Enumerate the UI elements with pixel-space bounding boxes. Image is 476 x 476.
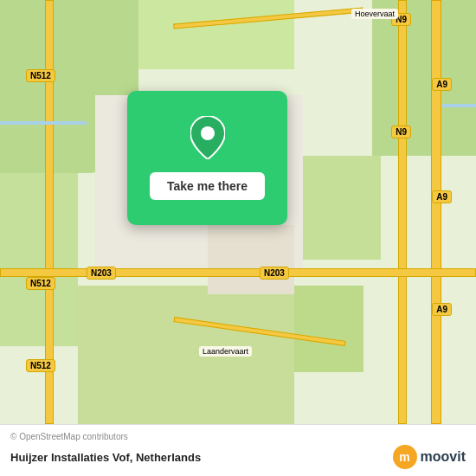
road-label-n512: N512 [26, 69, 55, 82]
map-green-area [0, 173, 78, 346]
map-green-area [372, 0, 476, 156]
map-green-area [138, 0, 294, 69]
location-popup[interactable]: Take me there [127, 91, 287, 225]
road-label-hoevervaat: Hoevervaat [351, 9, 398, 19]
map-container[interactable]: N512 N512 N512 N9 N9 A9 A9 A9 N203 N203 … [0, 0, 476, 424]
road-n203 [0, 268, 476, 277]
road-label-n203-left: N203 [87, 267, 116, 280]
take-me-there-button[interactable]: Take me there [150, 172, 265, 200]
map-attribution: © OpenStreetMap contributors [10, 432, 466, 441]
road-n9 [398, 0, 407, 424]
location-title: Huijzer Installaties Vof, Netherlands [10, 451, 201, 464]
canal [0, 121, 87, 125]
moovit-m-letter: m [399, 450, 409, 464]
map-green-area [78, 286, 294, 424]
moovit-icon: m [393, 445, 417, 469]
canal [441, 104, 476, 107]
location-country: Netherlands [136, 451, 201, 464]
footer: © OpenStreetMap contributors Huijzer Ins… [0, 424, 476, 476]
map-green-area [294, 286, 363, 372]
map-green-area [294, 156, 381, 260]
road-a9 [431, 0, 441, 424]
road-label-a9-mid: A9 [432, 190, 452, 203]
road-label-n9-right: N9 [391, 125, 411, 138]
road-label-a9-bot: A9 [432, 303, 452, 316]
map-pin-icon [190, 116, 225, 159]
road-label-n512-mid: N512 [26, 277, 55, 290]
moovit-text: moovit [421, 449, 466, 465]
location-name: Huijzer Installaties Vof, [10, 451, 132, 464]
road-label-n512-bot: N512 [26, 359, 55, 372]
road-label-n203-right: N203 [260, 267, 289, 280]
svg-point-0 [201, 126, 215, 140]
footer-bottom-row: Huijzer Installaties Vof, Netherlands m … [10, 445, 466, 469]
map-urban-area [208, 225, 294, 294]
road-label-a9-top: A9 [432, 78, 452, 91]
moovit-logo: m moovit [393, 445, 466, 469]
road-label-laandervaart: Laandervaart [199, 346, 252, 357]
